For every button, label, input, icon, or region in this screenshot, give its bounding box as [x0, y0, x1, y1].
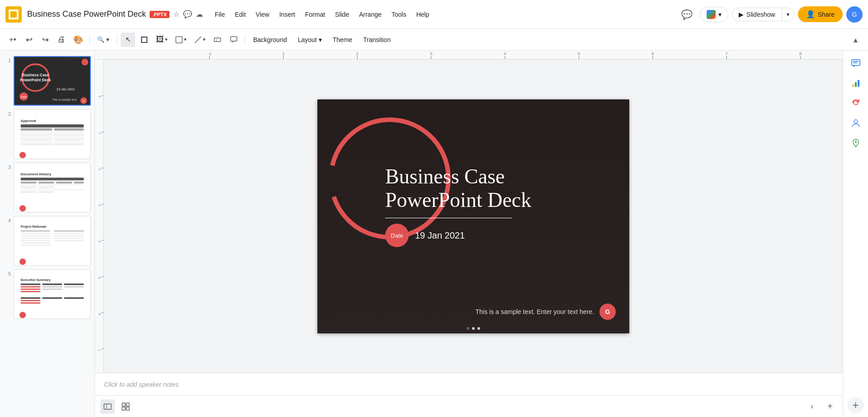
slide-3-preview: Document History — [17, 166, 88, 212]
sidebar-location-icon[interactable] — [847, 134, 865, 152]
svg-text:T: T — [216, 39, 218, 42]
svg-rect-74 — [21, 302, 41, 304]
print-button[interactable]: 🖨 — [54, 33, 69, 47]
cursor-tool-button[interactable]: ↖ — [121, 33, 135, 47]
cloud-icon[interactable]: ☁ — [196, 10, 203, 19]
slideshow-main-btn[interactable]: ▶ Slideshow — [732, 8, 782, 21]
comment-icon-btn[interactable]: 💬 — [678, 5, 696, 23]
ruler-horizontal: -1 1 2 3 4 5 6 7 8 — [95, 51, 843, 60]
svg-rect-51 — [21, 238, 50, 239]
grid-view-button[interactable] — [118, 399, 133, 414]
svg-rect-121 — [122, 407, 125, 410]
slide-item-4[interactable]: 4 Project Rationale — [0, 214, 94, 267]
doc-title[interactable]: Business Case PowerPoint Deck — [27, 9, 146, 19]
shape-dropdown: ▾ — [184, 37, 187, 42]
layout-button[interactable]: Layout ▾ — [293, 33, 326, 47]
sidebar-add-button[interactable]: + — [848, 397, 864, 413]
slideshow-dropdown-btn[interactable]: ▾ — [782, 9, 794, 20]
menu-edit[interactable]: Edit — [230, 9, 250, 20]
layout-label: Layout — [298, 36, 317, 43]
svg-text:G: G — [83, 99, 85, 103]
svg-rect-39 — [21, 185, 84, 185]
expand-right-panel-btn[interactable]: › — [805, 399, 819, 414]
svg-rect-19 — [21, 124, 84, 127]
main-slide-canvas[interactable]: Business Case PowerPoint Deck Date 19 Ja… — [317, 99, 629, 333]
paint-format-icon: 🎨 — [73, 35, 83, 45]
svg-rect-24 — [54, 134, 84, 136]
slide-thumb-1: Business Case PowerPoint Deck Date 19 Ja… — [14, 56, 91, 106]
star-icon[interactable]: ☆ — [173, 10, 179, 19]
background-button[interactable]: Background — [249, 33, 292, 47]
bottom-bar: › + — [95, 395, 843, 417]
meet-dropdown[interactable]: ▾ — [718, 11, 722, 18]
doc-badge: .PPTX — [150, 11, 170, 18]
textbox-button[interactable]: T — [210, 33, 225, 47]
slide-area-with-ruler: -1 1 2 3 4 5 6 7 — [95, 60, 843, 373]
toolbar-divider-3 — [245, 34, 245, 45]
menu-help[interactable]: Help — [412, 9, 434, 20]
chat-icon[interactable]: 💬 — [183, 10, 192, 19]
svg-point-129 — [854, 120, 858, 123]
theme-button[interactable]: Theme — [328, 33, 357, 47]
svg-rect-21 — [54, 128, 84, 131]
sidebar-sync-icon[interactable] — [847, 94, 865, 112]
zoom-button[interactable]: 🔍 ▾ — [94, 33, 113, 47]
svg-rect-126 — [852, 84, 854, 87]
canvas-area: -1 1 2 3 4 5 6 7 8 — [95, 51, 843, 417]
collapse-toolbar-button[interactable]: ▴ — [848, 33, 863, 47]
meet-button[interactable]: ▾ — [700, 7, 728, 22]
transition-button[interactable]: Transition — [359, 33, 395, 47]
slide-num-5: 5 — [4, 271, 11, 276]
slide-item-3[interactable]: 3 Document History — [0, 161, 94, 214]
list-view-button[interactable] — [100, 399, 115, 414]
undo-button[interactable]: ↩ — [22, 33, 36, 47]
redo-icon: ↪ — [42, 35, 49, 45]
line-dropdown: ▾ — [203, 37, 206, 42]
svg-point-60 — [19, 258, 26, 265]
svg-rect-120 — [126, 403, 129, 406]
svg-rect-128 — [858, 80, 859, 87]
line-button[interactable]: ▾ — [191, 33, 208, 47]
svg-text:This is sample text: This is sample text — [52, 98, 77, 102]
add-button[interactable]: + ▾ — [5, 33, 20, 47]
slideshow-button[interactable]: ▶ Slideshow ▾ — [732, 8, 794, 21]
speaker-notes-area[interactable]: Click to add speaker notes — [95, 373, 843, 395]
menu-file[interactable]: File — [210, 9, 230, 20]
menu-format[interactable]: Format — [301, 9, 330, 20]
sidebar-analytics-icon[interactable] — [847, 74, 865, 92]
slide-canvas-wrapper[interactable]: Business Case PowerPoint Deck Date 19 Ja… — [104, 60, 843, 373]
paint-format-button[interactable]: 🎨 — [71, 33, 86, 47]
svg-rect-30 — [54, 143, 84, 145]
select-frame-button[interactable] — [137, 33, 151, 47]
menu-view[interactable]: View — [251, 9, 274, 20]
shape-button[interactable]: ▾ — [172, 33, 189, 47]
svg-rect-67 — [42, 283, 62, 285]
slide-item-5[interactable]: 5 Executive Summary — [0, 267, 94, 321]
sidebar-chat-icon[interactable] — [847, 54, 865, 72]
share-button[interactable]: 👤 Share — [798, 6, 843, 22]
sidebar-user-icon[interactable] — [847, 114, 865, 132]
svg-rect-36 — [38, 182, 54, 183]
slide-item-1[interactable]: 1 Business Case PowerPoint Deck Date 19 … — [0, 54, 94, 108]
app-logo[interactable] — [5, 6, 22, 23]
menu-slide[interactable]: Slide — [330, 9, 354, 20]
speaker-notes-button[interactable] — [226, 33, 241, 47]
logo-icon — [9, 9, 19, 19]
menu-tools[interactable]: Tools — [387, 9, 411, 20]
meet-icon — [707, 10, 716, 19]
svg-rect-22 — [21, 132, 84, 133]
redo-button[interactable]: ↪ — [38, 33, 52, 47]
add-element-button[interactable]: + — [823, 399, 837, 414]
svg-text:6: 6 — [651, 51, 654, 56]
image-insert-button[interactable]: 🖼 ▾ — [153, 33, 170, 47]
line-icon — [194, 36, 202, 44]
svg-rect-38 — [74, 182, 84, 183]
main-area: 1 Business Case PowerPoint Deck Date 19 … — [0, 51, 868, 417]
menu-insert[interactable]: Insert — [275, 9, 300, 20]
svg-rect-59 — [54, 240, 84, 241]
ruler-v-svg: -1 1 2 3 4 5 6 7 — [95, 60, 104, 373]
toolbar-divider-1 — [90, 34, 90, 45]
slide-item-2[interactable]: 2 Approval — [0, 108, 94, 161]
menu-arrange[interactable]: Arrange — [354, 9, 386, 20]
user-avatar[interactable]: G — [846, 6, 863, 23]
